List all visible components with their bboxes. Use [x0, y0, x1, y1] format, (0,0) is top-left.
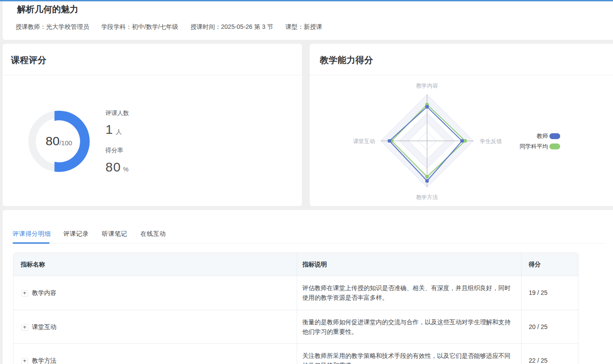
svg-text:同学科平均: 同学科平均 — [520, 143, 548, 150]
svg-text:80: 80 — [46, 134, 60, 148]
svg-text:教学内容: 教学内容 — [416, 83, 438, 89]
svg-text:课堂互动: 课堂互动 — [353, 138, 375, 144]
svg-text:/100: /100 — [60, 139, 72, 147]
svg-text:教学方法: 教学方法 — [416, 194, 438, 200]
svg-text:教师: 教师 — [537, 133, 548, 139]
svg-text:学生反馈: 学生反馈 — [480, 138, 502, 144]
